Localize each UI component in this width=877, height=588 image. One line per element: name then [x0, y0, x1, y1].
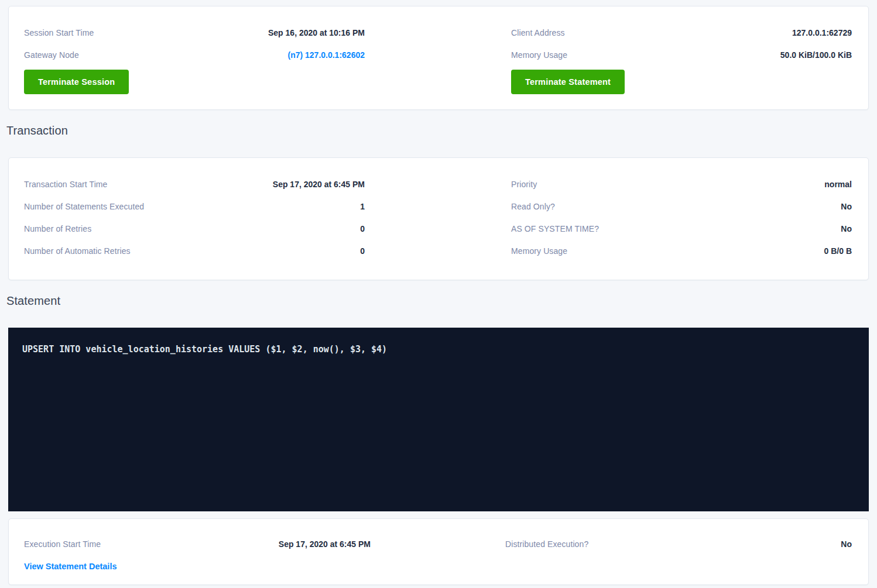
transaction-start-time-row: Transaction Start Time Sep 17, 2020 at 6…	[24, 173, 365, 195]
priority-value: normal	[824, 180, 852, 189]
statements-executed-value: 1	[360, 202, 365, 211]
transaction-card: Transaction Start Time Sep 17, 2020 at 6…	[8, 157, 869, 280]
transaction-left-column: Transaction Start Time Sep 17, 2020 at 6…	[24, 173, 365, 262]
transaction-memory-usage-label: Memory Usage	[511, 246, 567, 256]
retries-label: Number of Retries	[24, 224, 91, 233]
priority-label: Priority	[511, 180, 537, 189]
transaction-columns: Transaction Start Time Sep 17, 2020 at 6…	[9, 158, 868, 262]
session-start-time-label: Session Start Time	[24, 28, 94, 37]
retries-value: 0	[360, 224, 365, 233]
session-summary-card: Session Start Time Sep 16, 2020 at 10:16…	[8, 6, 869, 110]
gateway-node-link[interactable]: (n7) 127.0.0.1:62602	[287, 50, 365, 60]
view-statement-details-link[interactable]: View Statement Details	[24, 562, 117, 571]
execution-start-time-label: Execution Start Time	[24, 539, 101, 549]
as-of-system-time-label: AS OF SYSTEM TIME?	[511, 224, 599, 233]
transaction-start-time-value: Sep 17, 2020 at 6:45 PM	[273, 180, 365, 189]
session-memory-usage-label: Memory Usage	[511, 50, 567, 60]
terminate-statement-button[interactable]: Terminate Statement	[511, 70, 625, 94]
automatic-retries-label: Number of Automatic Retries	[24, 246, 131, 256]
statements-executed-row: Number of Statements Executed 1	[24, 195, 365, 218]
transaction-start-time-label: Transaction Start Time	[24, 180, 108, 189]
transaction-right-column: Priority normal Read Only? No AS OF SYST…	[511, 173, 852, 262]
read-only-value: No	[841, 202, 852, 211]
view-statement-details-row: View Statement Details	[24, 556, 371, 576]
transaction-heading: Transaction	[6, 123, 869, 137]
terminate-session-button[interactable]: Terminate Session	[24, 70, 129, 94]
retries-row: Number of Retries 0	[24, 218, 365, 240]
read-only-label: Read Only?	[511, 202, 555, 211]
execution-columns: Execution Start Time Sep 17, 2020 at 6:4…	[9, 519, 868, 576]
execution-card: Execution Start Time Sep 17, 2020 at 6:4…	[8, 518, 869, 585]
statement-heading: Statement	[6, 294, 869, 308]
as-of-system-time-value: No	[841, 224, 852, 233]
execution-start-time-value: Sep 17, 2020 at 6:45 PM	[279, 539, 371, 549]
client-address-row: Client Address 127.0.0.1:62729	[511, 22, 852, 44]
execution-left-column: Execution Start Time Sep 17, 2020 at 6:4…	[24, 533, 371, 576]
distributed-execution-row: Distributed Execution? No	[505, 533, 852, 555]
execution-start-time-row: Execution Start Time Sep 17, 2020 at 6:4…	[24, 533, 371, 555]
session-details-page: Session Start Time Sep 16, 2020 at 10:16…	[0, 0, 877, 585]
session-memory-usage-row: Memory Usage 50.0 KiB/100.0 KiB	[511, 44, 852, 66]
automatic-retries-row: Number of Automatic Retries 0	[24, 240, 365, 262]
transaction-memory-usage-value: 0 B/0 B	[824, 246, 852, 256]
transaction-memory-usage-row: Memory Usage 0 B/0 B	[511, 240, 852, 262]
session-start-time-row: Session Start Time Sep 16, 2020 at 10:16…	[24, 22, 365, 44]
read-only-row: Read Only? No	[511, 195, 852, 218]
session-start-time-value: Sep 16, 2020 at 10:16 PM	[268, 28, 365, 37]
statements-executed-label: Number of Statements Executed	[24, 202, 144, 211]
distributed-execution-value: No	[841, 539, 852, 549]
session-summary-left-column: Session Start Time Sep 16, 2020 at 10:16…	[24, 22, 365, 94]
distributed-execution-label: Distributed Execution?	[505, 539, 588, 549]
priority-row: Priority normal	[511, 173, 852, 195]
sql-statement-box: UPSERT INTO vehicle_location_histories V…	[8, 328, 869, 511]
sql-statement-text: UPSERT INTO vehicle_location_histories V…	[22, 344, 855, 355]
session-summary-columns: Session Start Time Sep 16, 2020 at 10:16…	[9, 6, 868, 94]
session-memory-usage-value: 50.0 KiB/100.0 KiB	[780, 50, 852, 60]
session-summary-right-column: Client Address 127.0.0.1:62729 Memory Us…	[511, 22, 852, 94]
automatic-retries-value: 0	[360, 246, 365, 256]
client-address-label: Client Address	[511, 28, 565, 37]
client-address-value: 127.0.0.1:62729	[792, 28, 852, 37]
gateway-node-label: Gateway Node	[24, 50, 79, 60]
as-of-system-time-row: AS OF SYSTEM TIME? No	[511, 218, 852, 240]
gateway-node-row: Gateway Node (n7) 127.0.0.1:62602	[24, 44, 365, 66]
execution-right-column: Distributed Execution? No	[505, 533, 852, 576]
